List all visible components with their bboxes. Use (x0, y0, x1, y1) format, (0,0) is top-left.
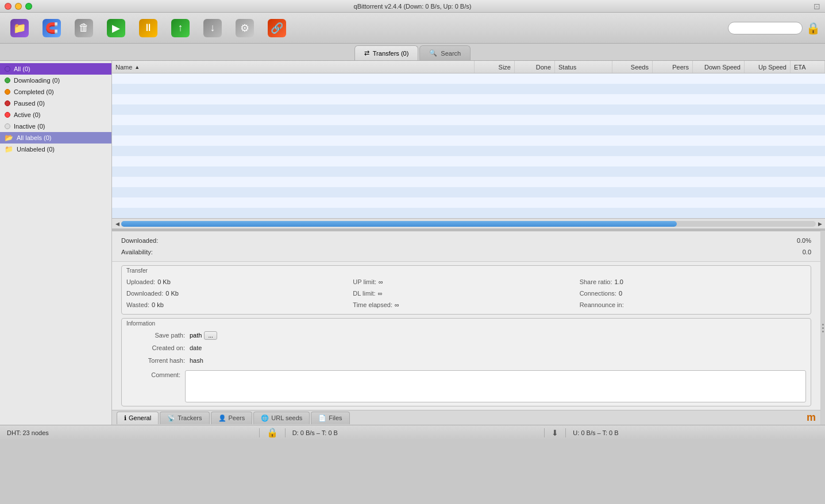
options-icon: ⚙ (236, 19, 254, 37)
transfer-col1: Uploaded: 0 Kb Downloaded: 0 Kb Wasted: … (126, 276, 353, 311)
resume-icon: ▶ (107, 19, 125, 37)
table-row (112, 73, 825, 84)
add-torrent-button[interactable]: 📁 (5, 15, 34, 41)
dl-limit-row: DL limit: ∞ (353, 288, 579, 299)
col-up-label: Up Speed (758, 64, 787, 71)
add-magnet-button[interactable]: 🧲 (37, 15, 67, 41)
comment-area: Comment: (126, 370, 806, 402)
col-header-status[interactable]: Status (555, 61, 612, 73)
maximize-button[interactable] (25, 3, 32, 10)
peers-label: Peers (229, 414, 245, 421)
move-up-button[interactable]: ↑ (165, 15, 195, 41)
transfer-grid: Uploaded: 0 Kb Downloaded: 0 Kb Wasted: … (122, 274, 811, 314)
options-button[interactable]: ⚙ (230, 15, 260, 41)
tab-peers[interactable]: 👤 Peers (211, 412, 253, 424)
save-path-value: path (190, 332, 202, 339)
sidebar-item-active[interactable]: Active (0) (0, 109, 111, 121)
col-header-up-speed[interactable]: Up Speed (745, 61, 791, 73)
col-header-size[interactable]: Size (475, 61, 515, 73)
scroll-right-arrow[interactable]: ▶ (816, 220, 824, 228)
table-row (112, 197, 825, 208)
tab-url-seeds[interactable]: 🌐 URL seeds (253, 412, 310, 424)
files-icon: 📄 (318, 414, 326, 422)
files-label: Files (329, 414, 342, 421)
col-name-label: Name (115, 64, 132, 71)
connections-label: Connections: (580, 290, 616, 297)
col-header-peers[interactable]: Peers (653, 61, 693, 73)
remove-button[interactable]: 🗑 (69, 15, 99, 41)
sidebar-label-all-labels: All labels (0) (17, 134, 52, 141)
created-on-row: Created on: date (126, 342, 806, 354)
tab-general[interactable]: ℹ General (117, 412, 159, 424)
move-down-button[interactable]: ↓ (198, 15, 228, 41)
col-size-label: Size (499, 64, 511, 71)
all-dot (5, 66, 10, 72)
completed-dot (5, 89, 10, 95)
save-path-label: Save path: (126, 332, 190, 339)
dl-limit-label: DL limit: (353, 290, 375, 297)
status-dht: DHT: 23 nodes (7, 429, 252, 436)
sidebar-item-downloading[interactable]: Downloading (0) (0, 75, 111, 86)
sidebar-item-all-labels[interactable]: 📂 All labels (0) (0, 132, 111, 144)
paused-dot (5, 100, 10, 106)
status-up: U: 0 B/s – T: 0 B (573, 429, 818, 436)
col-header-seeds[interactable]: Seeds (612, 61, 653, 73)
minimize-button[interactable] (15, 3, 22, 10)
sort-indicator: ▲ (134, 64, 140, 70)
downloading-dot (5, 77, 10, 83)
col-header-done[interactable]: Done (515, 61, 555, 73)
window-title: qBittorrent v2.4.4 (Down: 0 B/s, Up: 0 B… (354, 3, 472, 10)
sidebar-item-completed[interactable]: Completed (0) (0, 86, 111, 98)
time-elapsed-label: Time elapsed: (353, 301, 392, 308)
peers-icon: 👤 (218, 414, 226, 422)
availability-row: Availability: 0.0 (121, 246, 811, 258)
detail-side-handle (820, 231, 825, 425)
right-panel: Name ▲ Size Done Status Seeds Peers (112, 61, 825, 425)
sidebar-item-inactive[interactable]: Inactive (0) (0, 121, 111, 132)
close-button[interactable] (5, 3, 11, 10)
magnet-button[interactable]: 🔗 (262, 15, 292, 41)
pause-button[interactable]: ⏸ (133, 15, 163, 41)
torrent-hash-value: hash (190, 357, 203, 364)
resize-dot (822, 324, 824, 325)
col-header-down-speed[interactable]: Down Speed (693, 61, 745, 73)
tab-trackers[interactable]: 📡 Trackers (160, 412, 209, 424)
h-scrollbar[interactable]: ◀ ▶ (112, 218, 825, 228)
downloaded-value: 0.0% (797, 237, 811, 244)
col-eta-label: ETA (794, 64, 806, 71)
resume-button[interactable]: ▶ (101, 15, 131, 41)
time-elapsed-value: ∞ (395, 301, 399, 308)
tab-transfers[interactable]: ⇄ Transfers (0) (354, 45, 419, 60)
comment-textarea[interactable] (185, 370, 806, 402)
status-divider3 (544, 428, 545, 437)
tab-search[interactable]: 🔍 Search (419, 45, 471, 60)
sidebar-item-all[interactable]: All (0) (0, 63, 111, 75)
move-down-icon: ↓ (203, 19, 222, 37)
mule-logo: m (807, 412, 816, 424)
torrent-hash-label: Torrent hash: (126, 357, 190, 364)
scroll-left-arrow[interactable]: ◀ (113, 220, 121, 228)
up-status: U: 0 B/s – T: 0 B (573, 429, 618, 436)
scroll-track[interactable] (121, 221, 816, 227)
magnet-icon: 🔗 (268, 19, 286, 37)
col-header-name[interactable]: Name ▲ (112, 61, 475, 73)
table-row (112, 177, 825, 187)
sidebar-item-unlabeled[interactable]: 📁 Unlabeled (0) (0, 144, 111, 155)
table-row (112, 187, 825, 197)
status-bar: DHT: 23 nodes 🔒 D: 0 B/s – T: 0 B ⬇ U: 0… (0, 425, 825, 440)
general-label: General (129, 414, 151, 421)
col-header-eta[interactable]: ETA (791, 61, 825, 73)
progress-area: Downloaded: 0.0% Availability: 0.0 (112, 231, 820, 262)
remove-icon: 🗑 (75, 19, 93, 37)
wasted-label: Wasted: (126, 301, 149, 308)
share-ratio-row: Share ratio: 1.0 (580, 276, 806, 288)
col-peers-label: Peers (672, 64, 689, 71)
browse-button[interactable]: ... (204, 331, 217, 340)
table-row (112, 135, 825, 146)
scroll-thumb[interactable] (121, 221, 677, 227)
sidebar-item-paused[interactable]: Paused (0) (0, 98, 111, 109)
search-input[interactable] (728, 22, 803, 34)
bottom-tabs: ℹ General 📡 Trackers 👤 Peers 🌐 URL seeds (112, 410, 820, 425)
tab-files[interactable]: 📄 Files (311, 412, 349, 424)
wasted-row: Wasted: 0 kb (126, 299, 353, 311)
